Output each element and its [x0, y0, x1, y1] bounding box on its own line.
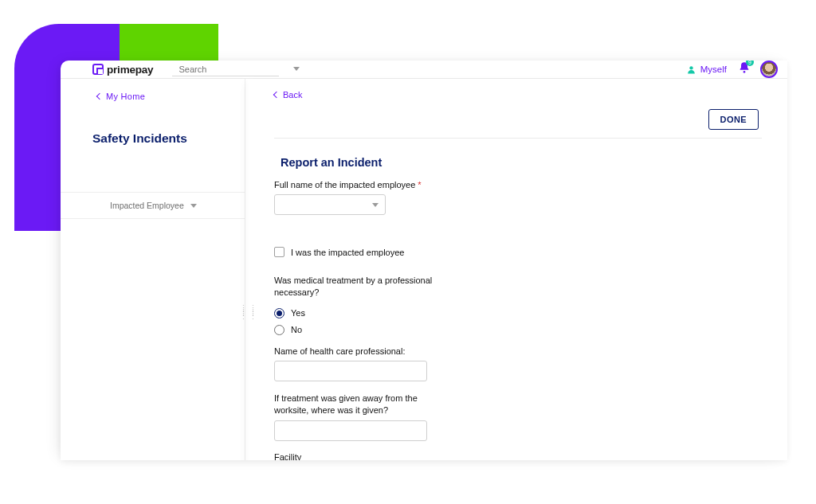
radio-no-label: No [291, 325, 302, 334]
offsite-input[interactable] [281, 426, 420, 436]
back-label: Back [283, 90, 302, 100]
impacted-employee-filter[interactable]: Impacted Employee [61, 192, 245, 219]
back-home-link[interactable]: My Home [61, 92, 245, 101]
avatar[interactable] [760, 61, 778, 78]
app-window: primepay Myself 9 My Home Safety Inciden… [61, 61, 787, 460]
topbar: primepay Myself 9 [61, 61, 787, 79]
healthpro-input[interactable] [281, 366, 420, 376]
brand-logo-mark [92, 64, 104, 75]
resize-handle[interactable]: ⋮⋮⋮⋮⋮⋮ [239, 307, 249, 318]
search-box[interactable] [172, 63, 279, 76]
back-link[interactable]: Back [274, 90, 762, 100]
fullname-label: Full name of the impacted employee* [274, 180, 561, 189]
decorative-green-block [120, 24, 218, 62]
offsite-field: If treatment was given away from the wor… [274, 393, 561, 442]
person-icon [686, 64, 696, 75]
chevron-left-icon [96, 93, 103, 100]
chevron-down-icon [190, 204, 197, 208]
incident-form: Full name of the impacted employee* I wa… [274, 180, 561, 460]
medical-question-block: Was medical treatment by a professional … [274, 275, 561, 335]
self-impacted-label: I was the impacted employee [291, 248, 404, 257]
form-heading: Report an Incident [280, 156, 762, 169]
offsite-input-wrapper [274, 420, 427, 441]
search-input[interactable] [178, 64, 288, 74]
myself-menu[interactable]: Myself [686, 64, 727, 75]
healthpro-field: Name of health care professional: [274, 346, 561, 381]
content-area: My Home Safety Incidents Impacted Employ… [61, 79, 787, 460]
sidebar: My Home Safety Incidents Impacted Employ… [61, 79, 245, 460]
done-button[interactable]: DONE [708, 109, 759, 130]
brand-logo[interactable]: primepay [92, 64, 153, 76]
facility-field: Facility [274, 452, 561, 460]
brand-logo-text: primepay [107, 64, 153, 76]
page-title: Safety Incidents [61, 101, 245, 146]
svg-point-3 [743, 71, 746, 73]
medical-radio-group: Yes No [274, 308, 561, 335]
self-impacted-checkbox-row[interactable]: I was the impacted employee [274, 247, 561, 257]
radio-no[interactable]: No [274, 325, 561, 335]
chevron-left-icon [273, 92, 280, 98]
fullname-field: Full name of the impacted employee* [274, 180, 561, 215]
back-home-label: My Home [106, 92, 145, 101]
facility-label: Facility [274, 452, 561, 460]
myself-label: Myself [700, 64, 727, 74]
offsite-label: If treatment was given away from the wor… [274, 393, 434, 416]
radio-yes[interactable]: Yes [274, 308, 561, 318]
chevron-down-icon [372, 203, 379, 207]
radio-button-no[interactable] [274, 325, 284, 335]
divider [274, 138, 762, 139]
main-panel: ⋮⋮⋮⋮⋮⋮ Back DONE Report an Incident Full… [245, 79, 787, 460]
notification-badge: 9 [746, 61, 754, 66]
chevron-down-icon [293, 67, 300, 71]
notifications-button[interactable]: 9 [738, 61, 751, 77]
self-impacted-checkbox[interactable] [274, 247, 284, 257]
medical-question-label: Was medical treatment by a professional … [274, 275, 434, 299]
svg-point-2 [689, 66, 692, 69]
healthpro-label: Name of health care professional: [274, 346, 561, 356]
healthpro-input-wrapper [274, 361, 427, 381]
radio-yes-label: Yes [291, 308, 305, 318]
required-asterisk: * [418, 180, 421, 189]
filter-label: Impacted Employee [110, 201, 184, 210]
fullname-select[interactable] [274, 194, 386, 215]
radio-button-yes[interactable] [274, 308, 284, 318]
